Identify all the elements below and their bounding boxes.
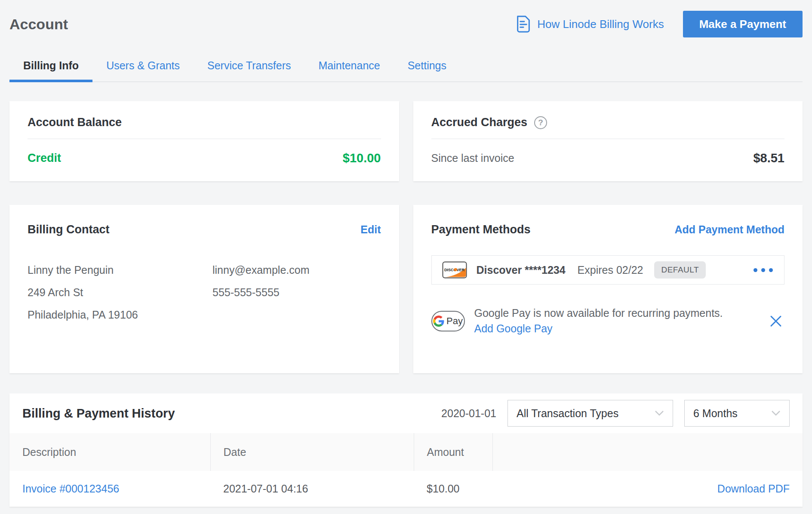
history-filters: 2020-01-01 All Transaction Types 6 Month…: [441, 400, 790, 427]
chevron-down-icon: [655, 410, 664, 416]
invoice-amount: $10.00: [414, 471, 492, 507]
contact-info-column: linny@example.com 555-555-5555: [212, 259, 309, 326]
google-pay-notice: Pay Google Pay is now available for recu…: [431, 307, 785, 335]
transaction-types-select[interactable]: All Transaction Types: [508, 400, 673, 427]
edit-billing-contact-link[interactable]: Edit: [360, 223, 381, 236]
google-pay-logo: Pay: [431, 311, 465, 331]
account-page: Account How Linode Billing Works Make a …: [0, 10, 812, 507]
payment-method-row: DISCOVER Discover ****1234 Expires 02/22…: [431, 255, 785, 285]
tab-settings[interactable]: Settings: [394, 51, 460, 81]
payment-methods-title: Payment Methods: [431, 223, 531, 236]
column-actions: [492, 433, 803, 471]
gpay-notice-text: Google Pay is now available for recurrin…: [474, 307, 723, 319]
topbar: Account How Linode Billing Works Make a …: [9, 10, 803, 38]
document-icon: [516, 15, 531, 33]
contact-address-line2: Philadelphia, PA 19106: [28, 303, 212, 326]
history-date-filter[interactable]: 2020-01-01: [441, 407, 496, 420]
account-balance-card: Account Balance Credit $10.00: [9, 101, 399, 181]
contact-address-line1: 249 Arch St: [28, 281, 212, 303]
transaction-types-value: All Transaction Types: [517, 407, 618, 420]
discover-card-logo: DISCOVER: [442, 261, 467, 279]
since-last-invoice-label: Since last invoice: [431, 152, 514, 164]
table-row: Invoice #000123456 2021-07-01 04:16 $10.…: [9, 471, 803, 507]
accrued-charges-card: Accrued Charges ? Since last invoice $8.…: [413, 101, 803, 181]
tab-maintenance[interactable]: Maintenance: [305, 51, 394, 81]
contact-name: Linny the Penguin: [28, 259, 212, 281]
billing-cards: Account Balance Credit $10.00 Accrued Ch…: [9, 101, 803, 373]
time-range-select[interactable]: 6 Months: [684, 400, 790, 427]
credit-amount: $10.00: [343, 151, 381, 165]
billing-contact-card: Billing Contact Edit Linny the Penguin 2…: [9, 205, 399, 373]
add-payment-method-link[interactable]: Add Payment Method: [674, 223, 784, 236]
tab-users-grants[interactable]: Users & Grants: [92, 51, 194, 81]
how-billing-works-link[interactable]: How Linode Billing Works: [516, 15, 664, 33]
close-icon[interactable]: [767, 313, 784, 330]
billing-contact-title: Billing Contact: [28, 223, 110, 236]
contact-phone: 555-555-5555: [212, 281, 309, 303]
payment-card-label: Discover ****1234: [477, 264, 566, 276]
time-range-value: 6 Months: [693, 407, 738, 420]
payment-card-expiry: Expires 02/22: [578, 264, 643, 276]
divider: [28, 139, 381, 139]
chevron-down-icon: [771, 410, 781, 416]
how-billing-works-label: How Linode Billing Works: [537, 18, 664, 31]
accrued-charges-title: Accrued Charges: [431, 116, 528, 129]
tab-billing-info[interactable]: Billing Info: [9, 51, 92, 81]
column-date: Date: [210, 433, 414, 471]
invoice-date: 2021-07-01 04:16: [210, 471, 414, 507]
history-header-row: Description Date Amount: [9, 433, 803, 471]
column-amount: Amount: [414, 433, 492, 471]
divider: [431, 139, 785, 139]
default-badge: DEFAULT: [654, 261, 706, 279]
column-description: Description: [9, 433, 210, 471]
invoice-link[interactable]: Invoice #000123456: [22, 483, 119, 495]
gpay-logo-text: Pay: [446, 316, 463, 327]
billing-history-table: Description Date Amount Invoice #0001234…: [9, 433, 803, 507]
add-google-pay-link[interactable]: Add Google Pay: [474, 322, 723, 335]
contact-address-column: Linny the Penguin 249 Arch St Philadelph…: [28, 259, 212, 326]
tab-service-transfers[interactable]: Service Transfers: [194, 51, 305, 81]
download-pdf-link[interactable]: Download PDF: [717, 483, 790, 495]
topbar-actions: How Linode Billing Works Make a Payment: [516, 11, 803, 37]
accrued-amount: $8.51: [753, 151, 784, 165]
ellipsis-icon[interactable]: [753, 265, 774, 276]
account-balance-title: Account Balance: [28, 116, 122, 129]
account-tabs: Billing Info Users & Grants Service Tran…: [9, 51, 803, 82]
question-circle-icon[interactable]: ?: [534, 116, 547, 129]
contact-email: linny@example.com: [212, 259, 309, 281]
billing-history-section: Billing & Payment History 2020-01-01 All…: [9, 393, 803, 507]
credit-label: Credit: [28, 152, 61, 165]
billing-history-title: Billing & Payment History: [22, 406, 175, 421]
payment-methods-card: Payment Methods Add Payment Method DISCO…: [413, 205, 803, 373]
page-title: Account: [9, 16, 68, 33]
make-payment-button[interactable]: Make a Payment: [683, 11, 803, 37]
